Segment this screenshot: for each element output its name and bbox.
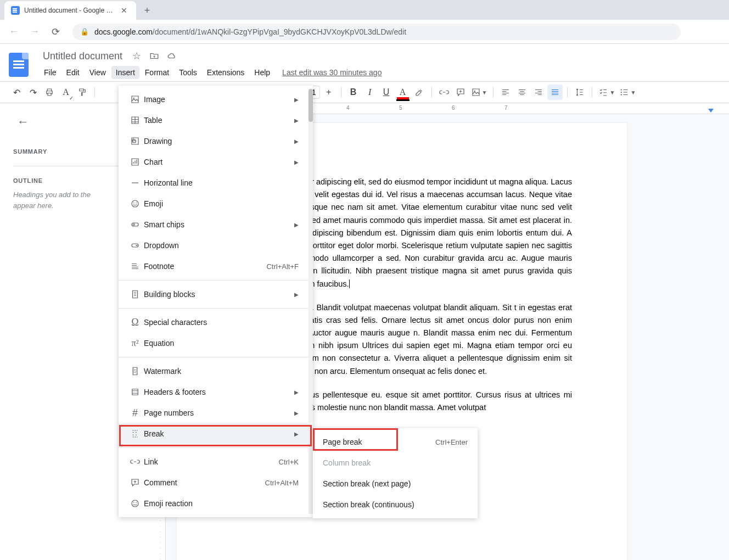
bold-button[interactable]: B: [346, 85, 361, 100]
cloud-status-icon[interactable]: [165, 49, 178, 63]
url-path: /document/d/1wANQkil-GzgYPipVgaI_9bydGKC…: [153, 27, 406, 36]
footnote-icon: [126, 261, 144, 271]
break-submenu: Page breakCtrl+Enter Column break Sectio…: [313, 428, 478, 518]
svg-point-3: [621, 94, 622, 95]
align-left-button[interactable]: [498, 85, 513, 100]
checklist-button[interactable]: ▼: [597, 85, 616, 100]
sidebar-back-button[interactable]: ←: [13, 112, 33, 132]
emoji-icon: [126, 199, 144, 209]
lock-icon: 🔒: [80, 27, 89, 36]
insert-chart[interactable]: Chart▶: [119, 152, 313, 172]
menu-format[interactable]: Format: [141, 66, 173, 79]
svg-point-10: [133, 224, 134, 226]
browser-address-bar: ← → ⟳ 🔒 docs.google.com/document/d/1wANQ…: [0, 20, 729, 44]
insert-horizontal-line[interactable]: Horizontal line: [119, 172, 313, 193]
ruler-indent-marker-icon[interactable]: [708, 109, 714, 113]
url-domain: docs.google.com: [94, 27, 153, 36]
insert-table[interactable]: Table▶: [119, 110, 313, 131]
insert-smart-chips[interactable]: Smart chips▶: [119, 214, 313, 235]
svg-point-12: [132, 500, 138, 507]
insert-image[interactable]: Image▶: [119, 89, 313, 110]
print-button[interactable]: [42, 85, 57, 100]
insert-break[interactable]: Break▶: [119, 423, 313, 444]
insert-page-numbers[interactable]: #Page numbers▶: [119, 402, 313, 423]
insert-watermark[interactable]: Watermark: [119, 361, 313, 382]
highlight-button[interactable]: [412, 85, 427, 100]
menu-tools[interactable]: Tools: [175, 66, 201, 79]
new-tab-button[interactable]: +: [139, 3, 155, 18]
insert-special-chars[interactable]: ΩSpecial characters: [119, 312, 313, 333]
svg-point-8: [136, 203, 137, 204]
spellcheck-button[interactable]: A✓: [58, 85, 74, 100]
menu-extensions[interactable]: Extensions: [203, 66, 249, 79]
comment-icon: [126, 478, 144, 488]
paint-format-button[interactable]: [75, 85, 90, 100]
forward-button[interactable]: →: [25, 23, 44, 41]
blocks-icon: [126, 289, 144, 299]
section-break-next-page[interactable]: Section break (next page): [313, 473, 478, 494]
undo-button[interactable]: ↶: [9, 85, 24, 100]
bulleted-list-button[interactable]: ▼: [618, 85, 637, 100]
align-center-button[interactable]: [514, 85, 530, 100]
svg-point-14: [136, 502, 137, 503]
insert-link[interactable]: LinkCtrl+K: [119, 451, 313, 472]
insert-link-button[interactable]: [436, 85, 452, 100]
insert-equation[interactable]: π²Equation: [119, 333, 313, 354]
insert-menu-dropdown: Image▶ Table▶ Drawing▶ Chart▶ Horizontal…: [119, 86, 313, 517]
menu-help[interactable]: Help: [250, 66, 274, 79]
insert-emoji[interactable]: Emoji: [119, 193, 313, 214]
table-icon: [126, 115, 144, 125]
section-break-continuous[interactable]: Section break (continuous): [313, 494, 478, 515]
omega-icon: Ω: [126, 317, 144, 328]
svg-point-6: [132, 200, 138, 207]
svg-point-13: [133, 502, 134, 503]
link-icon: [126, 457, 144, 467]
insert-drawing[interactable]: Drawing▶: [119, 131, 313, 152]
outline-hint: Headings you add to the appear here.: [13, 189, 101, 211]
browser-tab[interactable]: Untitled document - Google Doc ✕: [4, 1, 136, 20]
insert-headers-footers[interactable]: Headers & footers▶: [119, 382, 313, 402]
insert-comment-button[interactable]: [453, 85, 468, 100]
reload-button[interactable]: ⟳: [46, 23, 65, 41]
align-justify-button[interactable]: [547, 85, 563, 100]
insert-footnote[interactable]: FootnoteCtrl+Alt+F: [119, 256, 313, 277]
redo-button[interactable]: ↷: [25, 85, 41, 100]
column-break: Column break: [313, 452, 478, 473]
insert-building-blocks[interactable]: Building blocks▶: [119, 284, 313, 305]
docs-header: Untitled document ☆ File Edit View Inser…: [0, 44, 729, 81]
break-icon: [126, 429, 144, 439]
svg-point-1: [621, 89, 622, 90]
svg-point-4: [133, 98, 134, 99]
font-size-increase[interactable]: +: [321, 85, 337, 100]
line-spacing-button[interactable]: [572, 85, 587, 100]
chart-icon: [126, 157, 144, 167]
insert-comment[interactable]: CommentCtrl+Alt+M: [119, 472, 313, 493]
equation-icon: π²: [126, 338, 144, 348]
insert-emoji-reaction[interactable]: Emoji reaction: [119, 493, 313, 514]
image-icon: [126, 94, 144, 104]
back-button[interactable]: ←: [4, 23, 23, 41]
last-edit-link[interactable]: Last edit was 30 minutes ago: [282, 68, 382, 77]
insert-image-button[interactable]: ▼: [469, 85, 489, 100]
text-color-button[interactable]: A: [395, 85, 411, 100]
toolbar: ↶ ↷ A✓ 11 + B I U A ▼ ▼ ▼: [0, 81, 729, 103]
menu-insert[interactable]: Insert: [111, 66, 139, 79]
document-title[interactable]: Untitled document: [40, 49, 126, 63]
align-right-button[interactable]: [531, 85, 546, 100]
menu-edit[interactable]: Edit: [62, 66, 84, 79]
browser-tab-strip: Untitled document - Google Doc ✕ +: [0, 0, 729, 20]
italic-button[interactable]: I: [362, 85, 378, 100]
menu-view[interactable]: View: [85, 66, 110, 79]
docs-logo-icon[interactable]: [9, 53, 29, 77]
watermark-icon: [126, 366, 144, 376]
star-icon[interactable]: ☆: [130, 49, 143, 63]
url-field[interactable]: 🔒 docs.google.com/document/d/1wANQkil-Gz…: [72, 24, 681, 40]
underline-button[interactable]: U: [379, 85, 394, 100]
insert-dropdown[interactable]: Dropdown: [119, 235, 313, 256]
svg-point-7: [133, 203, 134, 204]
page-break[interactable]: Page breakCtrl+Enter: [313, 432, 478, 452]
move-folder-icon[interactable]: [148, 49, 161, 63]
menu-file[interactable]: File: [40, 66, 61, 79]
close-tab-icon[interactable]: ✕: [119, 6, 130, 15]
emoji-reaction-icon: [126, 499, 144, 508]
